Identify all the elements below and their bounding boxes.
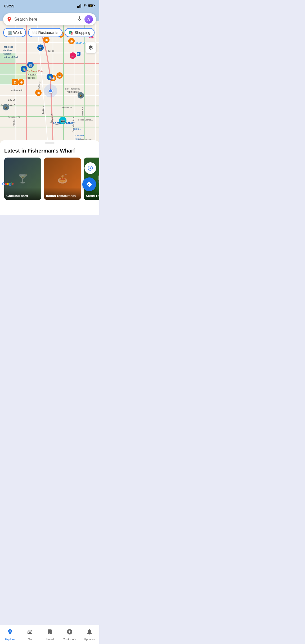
svg-text:Jones Ave: Jones Ave xyxy=(82,107,84,117)
svg-text:🎓: 🎓 xyxy=(4,106,8,109)
filter-chips-row: 🏢 Work 🍽️ Restaurants 🛍️ Shopping ☕ Coff… xyxy=(3,28,96,37)
svg-text:Francisco St: Francisco St xyxy=(8,116,20,118)
signal-icon xyxy=(77,4,82,8)
battery-icon: ⚡ xyxy=(88,4,95,8)
svg-text:🍽️: 🍽️ xyxy=(20,80,23,84)
svg-text:🍽️: 🍽️ xyxy=(70,39,74,43)
chip-work-label: Work xyxy=(13,30,22,35)
svg-text:☕: ☕ xyxy=(58,74,62,78)
sheet-handle xyxy=(45,142,55,144)
place-cards-row: 🍸 Cocktail bars 🍝 Italian restaurants 🍱 … xyxy=(0,158,99,200)
card-label-cocktail: Cocktail bars xyxy=(4,187,41,200)
svg-text:National: National xyxy=(3,52,12,55)
svg-text:🍽️: 🍽️ xyxy=(45,38,48,42)
svg-text:🛍️: 🛍️ xyxy=(48,75,52,79)
work-icon: 🏢 xyxy=(7,30,12,35)
search-bar[interactable]: Search here A xyxy=(3,13,96,25)
svg-text:Chestnut St: Chestnut St xyxy=(61,106,72,109)
chip-shopping-label: Shopping xyxy=(75,30,90,35)
user-location-dot xyxy=(48,89,53,93)
bottom-sheet: Latest in Fisherman's Wharf 🍸 Cocktail b… xyxy=(0,140,99,215)
svg-text:🎓: 🎓 xyxy=(79,94,83,97)
wifi-icon xyxy=(83,4,87,8)
svg-text:Bay St: Bay St xyxy=(48,50,54,52)
maps-logo xyxy=(6,16,12,22)
svg-text:Hill Park: Hill Park xyxy=(26,77,35,79)
svg-text:Art Institute: Art Institute xyxy=(67,91,79,93)
svg-text:Ghirardelli: Ghirardelli xyxy=(11,89,23,92)
chip-work[interactable]: 🏢 Work xyxy=(3,28,26,37)
sheet-title: Latest in Fisherman's Wharf xyxy=(0,148,99,154)
user-avatar[interactable]: A xyxy=(84,15,93,24)
layers-button[interactable] xyxy=(86,42,96,53)
svg-text:📷: 📷 xyxy=(39,46,42,50)
svg-text:Maritime: Maritime xyxy=(3,49,12,52)
svg-text:Street: Street xyxy=(75,138,81,140)
svg-text:🛍️: 🛍️ xyxy=(22,67,26,71)
svg-text:The Buena Vista: The Buena Vista xyxy=(26,70,43,73)
status-icons: ⚡ xyxy=(77,4,95,8)
place-card-italian-restaurants[interactable]: 🍝 Italian restaurants xyxy=(44,158,81,200)
svg-text:📷: 📷 xyxy=(61,119,65,123)
svg-text:Francisco: Francisco xyxy=(3,46,13,48)
voice-search-icon[interactable] xyxy=(77,16,82,23)
svg-text:🍺: 🍺 xyxy=(14,81,17,84)
card-label-italian: Italian restaurants xyxy=(44,187,81,200)
svg-text:Polk St: Polk St xyxy=(12,119,15,127)
restaurants-icon: 🍽️ xyxy=(32,30,37,35)
svg-text:Lomb...: Lomb... xyxy=(73,128,81,130)
place-card-cocktail-bars[interactable]: 🍸 Cocktail bars xyxy=(4,158,41,200)
svg-text:⚡: ⚡ xyxy=(90,5,92,7)
svg-point-89 xyxy=(9,18,10,19)
svg-rect-87 xyxy=(94,5,95,6)
svg-text:B: B xyxy=(77,53,79,55)
svg-text:Cobb's Comed...: Cobb's Comed... xyxy=(78,119,93,121)
svg-text:San Francisco: San Francisco xyxy=(65,87,80,90)
svg-text:Historical Park: Historical Park xyxy=(3,56,19,59)
status-bar: 09:59 ⚡ xyxy=(0,0,99,12)
status-time: 09:59 xyxy=(4,4,14,8)
chip-restaurants[interactable]: 🍽️ Restaurants xyxy=(28,28,62,37)
directions-button[interactable] xyxy=(82,177,96,191)
svg-text:🏛️: 🏛️ xyxy=(29,64,32,67)
shopping-icon: 🛍️ xyxy=(69,30,73,35)
chip-restaurants-label: Restaurants xyxy=(38,30,58,35)
svg-text:🍽️: 🍽️ xyxy=(37,91,41,95)
google-logo: Google xyxy=(2,182,14,186)
svg-text:Russian: Russian xyxy=(28,73,37,76)
svg-text:🛏️: 🛏️ xyxy=(71,54,75,58)
svg-text:Lombard: Lombard xyxy=(75,135,84,137)
chip-shopping[interactable]: 🛍️ Shopping xyxy=(65,28,95,37)
svg-text:Beach St: Beach St xyxy=(75,42,85,44)
search-input[interactable]: Search here xyxy=(14,17,74,22)
svg-text:Bay St: Bay St xyxy=(8,99,15,101)
svg-text:Hyde St: Hyde St xyxy=(51,113,53,122)
center-location-button[interactable] xyxy=(84,162,96,174)
